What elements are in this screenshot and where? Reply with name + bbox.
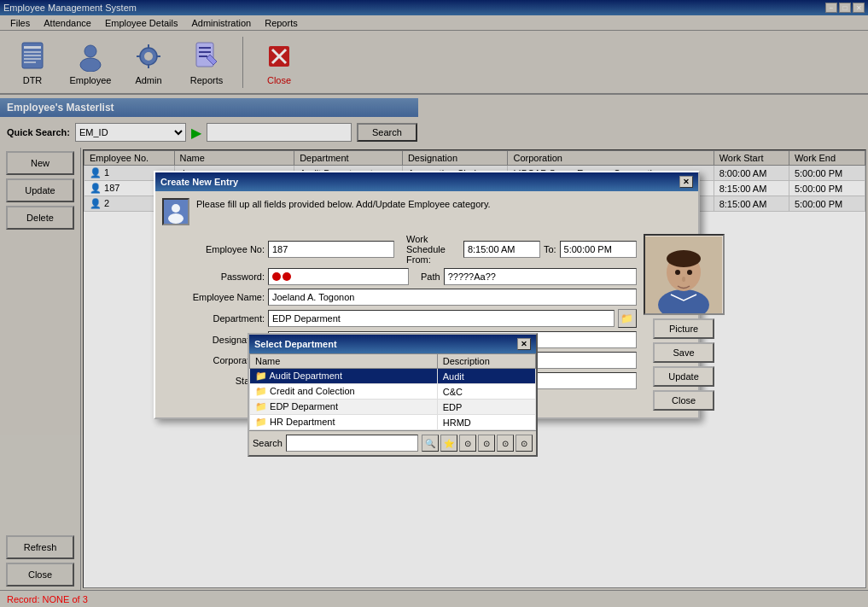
modal-right-buttons: Picture Save Update Close bbox=[653, 318, 714, 411]
password-row: Password: Path bbox=[162, 268, 637, 285]
dept-cell-desc: HRMD bbox=[437, 415, 535, 430]
employee-name-row: Employee Name: bbox=[162, 289, 637, 306]
to-label: To: bbox=[544, 244, 556, 254]
dept-popup-search-bar: Search 🔍 ⭐ ⊙ ⊙ ⊙ ⊙ bbox=[249, 430, 536, 455]
save-button[interactable]: Save bbox=[653, 342, 714, 363]
dept-search-label: Search bbox=[253, 438, 283, 448]
modal-close-button[interactable]: ✕ bbox=[679, 176, 693, 188]
employee-no-input[interactable] bbox=[268, 241, 394, 258]
pw-dot-1 bbox=[272, 272, 281, 281]
svg-point-27 bbox=[667, 250, 701, 267]
dept-popup-title: Select Department ✕ bbox=[249, 335, 536, 353]
svg-point-28 bbox=[675, 270, 680, 275]
work-schedule-from-label: Work Schedule From: bbox=[406, 234, 460, 265]
modal-close-btn[interactable]: Close bbox=[653, 390, 714, 411]
dept-table-row[interactable]: 📁 Audit Department Audit bbox=[250, 369, 536, 384]
dept-search-icon-6[interactable]: ⊙ bbox=[516, 435, 533, 452]
dept-popup-close-button[interactable]: ✕ bbox=[517, 338, 531, 350]
modal-info-row: Please fill up all fields provided below… bbox=[162, 198, 691, 225]
employee-name-label: Employee Name: bbox=[162, 292, 265, 302]
dept-cell-name: 📁 Audit Department bbox=[250, 369, 438, 384]
path-label: Path bbox=[421, 271, 440, 282]
dept-popup-title-text: Select Department bbox=[254, 339, 337, 349]
dept-search-icon-5[interactable]: ⊙ bbox=[497, 435, 514, 452]
password-label: Password: bbox=[162, 271, 265, 282]
modal-info-icon bbox=[162, 198, 189, 225]
dept-col-name: Name bbox=[250, 354, 438, 369]
employee-name-input[interactable] bbox=[268, 289, 637, 306]
dept-search-input[interactable] bbox=[286, 435, 418, 452]
dept-table-header: Name Description bbox=[250, 354, 536, 369]
modal-right-section: Picture Save Update Close bbox=[644, 234, 725, 411]
svg-point-29 bbox=[687, 270, 692, 275]
modal-info-text: Please fill up all fields provided below… bbox=[196, 198, 491, 211]
department-label: Department: bbox=[162, 313, 265, 324]
dept-search-icons: 🔍 ⭐ ⊙ ⊙ ⊙ ⊙ bbox=[422, 435, 533, 452]
dept-table-row[interactable]: 📁 Credit and Colection C&C bbox=[250, 384, 536, 400]
modal-overlay: Create New Entry ✕ Please fill up all fi… bbox=[0, 0, 868, 607]
dept-cell-desc: EDP bbox=[437, 400, 535, 415]
dept-table: Name Description 📁 Audit Department Audi… bbox=[249, 353, 536, 430]
dept-table-row[interactable]: 📁 EDP Deparment EDP bbox=[250, 400, 536, 415]
svg-point-23 bbox=[168, 213, 184, 224]
svg-point-30 bbox=[682, 277, 685, 282]
department-browse-button[interactable]: 📁 bbox=[618, 309, 637, 328]
dept-col-desc: Description bbox=[437, 354, 535, 369]
dept-cell-name: 📁 EDP Deparment bbox=[250, 400, 438, 415]
password-input[interactable] bbox=[268, 268, 409, 285]
work-schedule-from-input[interactable] bbox=[463, 241, 540, 258]
employee-no-label: Employee No: bbox=[162, 244, 265, 254]
modal-title-bar: Create New Entry ✕ bbox=[155, 172, 698, 191]
dept-search-icon-4[interactable]: ⊙ bbox=[478, 435, 495, 452]
employee-no-row: Employee No: Work Schedule From: To: bbox=[162, 234, 637, 265]
department-row: Department: 📁 bbox=[162, 309, 637, 328]
dept-search-icon-2[interactable]: ⭐ bbox=[440, 435, 457, 452]
work-schedule-to-input[interactable] bbox=[560, 241, 637, 258]
picture-button[interactable]: Picture bbox=[653, 318, 714, 339]
dept-cell-desc: C&C bbox=[437, 384, 535, 400]
dept-popup-window: Select Department ✕ Name Description 📁 A… bbox=[248, 333, 538, 457]
modal-title: Create New Entry bbox=[160, 177, 238, 187]
modal-update-button[interactable]: Update bbox=[653, 366, 714, 387]
svg-point-22 bbox=[172, 204, 180, 213]
department-input[interactable] bbox=[268, 310, 615, 327]
pw-dot-2 bbox=[283, 272, 291, 281]
dept-table-row[interactable]: 📁 HR Department HRMD bbox=[250, 415, 536, 430]
path-input[interactable] bbox=[444, 268, 637, 285]
dept-search-icon-1[interactable]: 🔍 bbox=[422, 435, 439, 452]
dept-cell-name: 📁 Credit and Colection bbox=[250, 384, 438, 400]
dept-cell-desc: Audit bbox=[437, 369, 535, 384]
dept-search-icon-3[interactable]: ⊙ bbox=[459, 435, 476, 452]
employee-photo bbox=[644, 234, 725, 315]
dept-cell-name: 📁 HR Department bbox=[250, 415, 438, 430]
